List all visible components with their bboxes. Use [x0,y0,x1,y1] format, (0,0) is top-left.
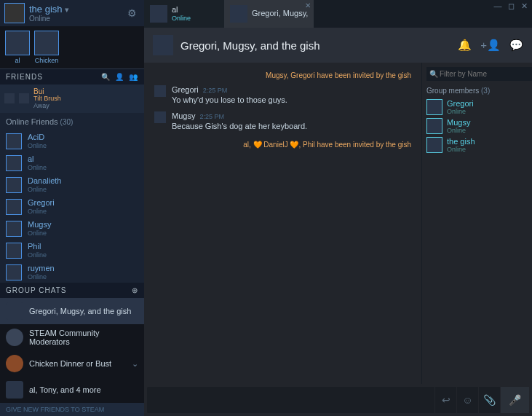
chevron-icon[interactable]: ⌄ [132,359,138,369]
emoji-icon[interactable]: ☺ [456,387,478,413]
favorite-friend[interactable]: Chicken [33,31,60,64]
online-friends-label[interactable]: Online Friends (30) [0,113,144,130]
friend-item[interactable]: MugsyOnline [0,218,144,240]
tab-name: al [172,5,191,15]
member-item[interactable]: the gishOnline [426,136,528,154]
profile-status: Online [29,15,124,23]
friend-status: Online [28,251,47,259]
group-avatar [6,381,23,399]
message-avatar[interactable] [154,85,166,97]
window-controls: — ◻ ✕ [490,0,532,12]
friend-name: AciD [28,133,47,142]
recent-avatar [4,93,15,103]
friend-list: Bui Tilt Brush Away Online Friends (30) … [0,85,144,283]
maximize-icon[interactable]: ◻ [506,1,516,11]
friend-avatar [6,177,22,193]
message-author[interactable]: Gregori [172,85,199,94]
recent-sub: Away [33,103,61,110]
members-title: Group members (3) [426,85,528,98]
message-time: 2:25 PM [203,87,228,94]
group-chat-name: STEAM Community Moderators [29,329,138,346]
chat-body: Mugsy, Gregori have been invited by the … [144,63,532,384]
filter-input[interactable] [426,67,532,81]
add-friend-icon[interactable]: 👤 [115,73,124,81]
close-icon[interactable]: ✕ [519,1,529,11]
group-chat-item[interactable]: STEAM Community Moderators [0,324,144,350]
friend-item[interactable]: GregoriOnline [0,196,144,218]
friend-item[interactable]: DanaliethOnline [0,174,144,196]
tab-avatar [230,5,247,23]
friend-requests-icon[interactable]: 👥 [129,73,138,81]
group-chats-section: GROUP CHATS ⊕ Gregori, Mugsy, and the gi… [0,283,144,403]
member-name: Mugsy [447,118,470,127]
notifications-icon[interactable]: 🔔 [458,39,472,52]
member-name: the gish [447,137,475,146]
friend-avatar [6,199,22,215]
search-icon: 🔍 [429,70,438,78]
friend-name: Mugsy [28,220,51,229]
microphone-icon[interactable]: 🎤 [500,387,529,413]
friend-name: al [28,154,47,164]
search-icon[interactable]: 🔍 [101,73,111,81]
voice-chat-icon[interactable]: 💬 [509,39,523,52]
bottom-hint[interactable]: GIVE NEW FRIENDS TO STEAM [0,403,144,416]
friend-status: Online [28,186,61,194]
friends-sidebar: the gish ▾ Online ⚙ al Chicken FRIENDS 🔍… [0,0,144,416]
gear-icon[interactable]: ⚙ [124,4,140,22]
tab-avatar [150,5,167,23]
favorite-avatar [5,31,30,55]
friend-name: Phil [28,242,47,251]
member-avatar [426,118,442,134]
friend-item[interactable]: PhilOnline [0,240,144,262]
own-avatar[interactable] [4,3,25,23]
group-avatar [6,329,23,346]
invite-icon[interactable]: +👤 [480,39,501,52]
member-status: Online [447,146,475,153]
message-avatar[interactable] [154,111,166,123]
member-avatar [426,137,442,153]
group-chat-item[interactable]: Chicken Dinner or Bust⌄ [0,350,144,377]
tab-close-icon[interactable]: ✕ [305,1,311,9]
group-chat-item[interactable]: Gregori, Mugsy, and the gish [0,298,144,324]
member-item[interactable]: GregoriOnline [426,98,528,117]
message-input-bar: ↩ ☺ 📎 🎤 [147,387,529,413]
friend-item[interactable]: ruymenOnline [0,262,144,283]
tab-status: Online [172,15,191,23]
recent-friend[interactable]: Bui Tilt Brush Away [0,85,144,113]
attachment-icon[interactable]: 📎 [478,387,500,413]
members-panel: 🔍 » Group members (3) GregoriOnline Mugs… [421,63,532,384]
member-avatar [426,99,442,115]
favorite-name: Chicken [35,57,59,64]
favorite-friend[interactable]: al [4,31,31,64]
group-chat-name: Gregori, Mugsy, and the gish [29,307,131,315]
chat-tabs: alOnline Gregori, Mugsy, ✕ [144,0,532,28]
friend-status: Online [28,208,55,216]
friend-item[interactable]: AciDOnline [0,130,144,152]
member-item[interactable]: MugsyOnline [426,117,528,136]
chat-title: Gregori, Mugsy, and the gish [180,39,450,52]
message-input[interactable] [147,387,434,413]
friend-status: Online [28,142,47,150]
create-group-icon[interactable]: ⊕ [132,286,138,294]
message-text: Because Gish's dog ate her keyboard. [172,122,411,130]
member-name: Gregori [447,99,474,108]
friend-status: Online [28,229,51,238]
group-chat-item[interactable]: al, Tony, and 4 more [0,377,144,403]
submit-icon[interactable]: ↩ [434,387,456,413]
profile-info[interactable]: the gish ▾ Online [29,4,124,23]
chat-tab[interactable]: alOnline [144,0,224,28]
minimize-icon[interactable]: — [493,1,503,11]
message-text: Yo why'd you lose to those guys. [172,95,411,104]
friend-name: Danalieth [28,176,61,186]
chevron-down-icon[interactable]: ▾ [65,5,69,14]
message-author[interactable]: Mugsy [172,111,195,120]
system-message: al, 🧡 DanielJ 🧡, Phil have been invited … [154,138,411,154]
friends-label: FRIENDS [6,73,43,81]
friend-item[interactable]: alOnline [0,152,144,174]
favorite-name: al [15,57,20,64]
friend-avatar [6,133,22,149]
system-message: Mugsy, Gregori have been invited by the … [154,68,411,85]
tab-name: Gregori, Mugsy, [252,9,308,18]
main-panel: — ◻ ✕ alOnline Gregori, Mugsy, ✕ Gregori… [144,0,532,416]
chat-tab[interactable]: Gregori, Mugsy, ✕ [224,0,314,28]
